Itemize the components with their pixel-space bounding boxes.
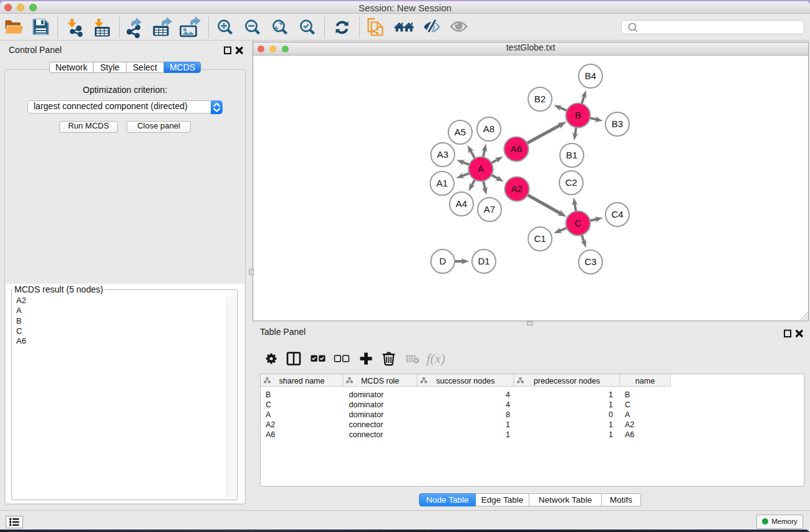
svg-text:A2: A2 bbox=[511, 183, 523, 194]
svg-text:A2: A2 bbox=[625, 420, 634, 429]
svg-text:A7: A7 bbox=[484, 204, 495, 215]
svg-text:A8: A8 bbox=[483, 123, 494, 134]
svg-text:1: 1 bbox=[609, 420, 613, 429]
svg-text:1: 1 bbox=[506, 430, 510, 439]
svg-text:4: 4 bbox=[506, 390, 510, 399]
svg-text:shared name: shared name bbox=[279, 377, 325, 385]
svg-text:dominator: dominator bbox=[349, 390, 384, 399]
svg-text:1: 1 bbox=[506, 420, 510, 429]
svg-text:B: B bbox=[625, 390, 630, 399]
svg-text:f(x): f(x) bbox=[427, 351, 445, 366]
svg-text:A: A bbox=[625, 410, 630, 419]
svg-text:A1: A1 bbox=[436, 178, 448, 188]
svg-text:A: A bbox=[266, 410, 271, 419]
svg-text:A2: A2 bbox=[266, 420, 275, 429]
svg-text:C1: C1 bbox=[534, 233, 546, 244]
svg-text:predecessor nodes: predecessor nodes bbox=[534, 377, 600, 385]
svg-text:D1: D1 bbox=[478, 256, 489, 266]
svg-text:C: C bbox=[575, 218, 582, 228]
svg-text:C2: C2 bbox=[565, 177, 577, 188]
svg-text:4: 4 bbox=[506, 400, 510, 409]
svg-text:C4: C4 bbox=[611, 209, 623, 220]
svg-text:connector: connector bbox=[349, 430, 383, 439]
svg-text:1: 1 bbox=[609, 430, 613, 439]
svg-text:C: C bbox=[625, 400, 630, 409]
svg-text:1: 1 bbox=[609, 400, 613, 409]
svg-text:0: 0 bbox=[609, 410, 613, 419]
svg-text:C: C bbox=[266, 400, 271, 409]
svg-text:successor nodes: successor nodes bbox=[436, 377, 495, 385]
svg-text:B3: B3 bbox=[612, 118, 623, 129]
svg-text:C3: C3 bbox=[584, 256, 596, 267]
svg-text:1: 1 bbox=[609, 390, 613, 399]
svg-text:D: D bbox=[440, 256, 446, 266]
svg-text:A6: A6 bbox=[625, 430, 634, 439]
svg-text:dominator: dominator bbox=[349, 400, 384, 409]
svg-text:connector: connector bbox=[349, 420, 383, 429]
svg-text:B: B bbox=[575, 110, 581, 120]
svg-text:A6: A6 bbox=[511, 143, 522, 154]
svg-text:A: A bbox=[478, 163, 484, 174]
svg-text:8: 8 bbox=[506, 410, 510, 419]
svg-text:B2: B2 bbox=[534, 94, 546, 104]
svg-text:B4: B4 bbox=[585, 70, 596, 81]
svg-text:dominator: dominator bbox=[349, 410, 384, 419]
svg-text:name: name bbox=[635, 377, 655, 385]
svg-text:A5: A5 bbox=[455, 127, 466, 137]
svg-text:B: B bbox=[266, 390, 271, 399]
svg-text:A6: A6 bbox=[266, 430, 275, 439]
svg-text:B1: B1 bbox=[566, 150, 577, 160]
svg-text:MCDS role: MCDS role bbox=[361, 377, 399, 385]
svg-text:A4: A4 bbox=[456, 198, 467, 209]
svg-text:A3: A3 bbox=[437, 149, 448, 160]
